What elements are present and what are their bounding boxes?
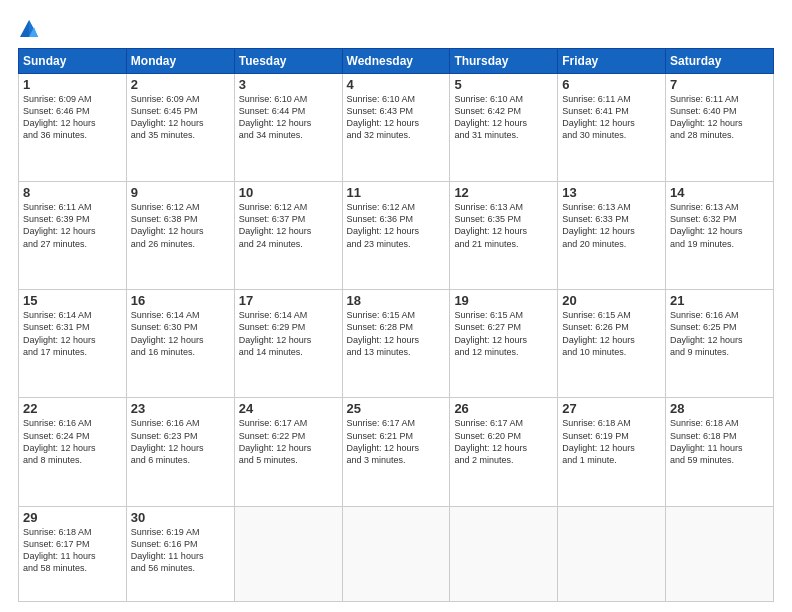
calendar-cell: 28Sunrise: 6:18 AMSunset: 6:18 PMDayligh…: [666, 398, 774, 506]
col-header-friday: Friday: [558, 49, 666, 74]
day-number: 5: [454, 77, 553, 92]
col-header-monday: Monday: [126, 49, 234, 74]
cell-info: Sunrise: 6:18 AMSunset: 6:18 PMDaylight:…: [670, 417, 769, 466]
calendar-cell: 14Sunrise: 6:13 AMSunset: 6:32 PMDayligh…: [666, 182, 774, 290]
cell-info: Sunrise: 6:10 AMSunset: 6:44 PMDaylight:…: [239, 93, 338, 142]
cell-info: Sunrise: 6:16 AMSunset: 6:23 PMDaylight:…: [131, 417, 230, 466]
day-number: 28: [670, 401, 769, 416]
calendar-cell: 7Sunrise: 6:11 AMSunset: 6:40 PMDaylight…: [666, 74, 774, 182]
calendar-cell: 23Sunrise: 6:16 AMSunset: 6:23 PMDayligh…: [126, 398, 234, 506]
cell-info: Sunrise: 6:11 AMSunset: 6:40 PMDaylight:…: [670, 93, 769, 142]
calendar-cell: 21Sunrise: 6:16 AMSunset: 6:25 PMDayligh…: [666, 290, 774, 398]
calendar-week-row: 15Sunrise: 6:14 AMSunset: 6:31 PMDayligh…: [19, 290, 774, 398]
calendar-cell: 30Sunrise: 6:19 AMSunset: 6:16 PMDayligh…: [126, 506, 234, 601]
day-number: 2: [131, 77, 230, 92]
calendar-cell: 8Sunrise: 6:11 AMSunset: 6:39 PMDaylight…: [19, 182, 127, 290]
calendar-cell: [558, 506, 666, 601]
calendar-cell: 6Sunrise: 6:11 AMSunset: 6:41 PMDaylight…: [558, 74, 666, 182]
calendar-cell: 10Sunrise: 6:12 AMSunset: 6:37 PMDayligh…: [234, 182, 342, 290]
cell-info: Sunrise: 6:09 AMSunset: 6:46 PMDaylight:…: [23, 93, 122, 142]
day-number: 14: [670, 185, 769, 200]
col-header-saturday: Saturday: [666, 49, 774, 74]
cell-info: Sunrise: 6:17 AMSunset: 6:20 PMDaylight:…: [454, 417, 553, 466]
calendar-week-row: 8Sunrise: 6:11 AMSunset: 6:39 PMDaylight…: [19, 182, 774, 290]
cell-info: Sunrise: 6:12 AMSunset: 6:36 PMDaylight:…: [347, 201, 446, 250]
cell-info: Sunrise: 6:15 AMSunset: 6:26 PMDaylight:…: [562, 309, 661, 358]
header: [18, 18, 774, 40]
cell-info: Sunrise: 6:16 AMSunset: 6:24 PMDaylight:…: [23, 417, 122, 466]
calendar-header-row: SundayMondayTuesdayWednesdayThursdayFrid…: [19, 49, 774, 74]
calendar-week-row: 29Sunrise: 6:18 AMSunset: 6:17 PMDayligh…: [19, 506, 774, 601]
calendar-week-row: 22Sunrise: 6:16 AMSunset: 6:24 PMDayligh…: [19, 398, 774, 506]
calendar-cell: 29Sunrise: 6:18 AMSunset: 6:17 PMDayligh…: [19, 506, 127, 601]
calendar-cell: 9Sunrise: 6:12 AMSunset: 6:38 PMDaylight…: [126, 182, 234, 290]
calendar-cell: 22Sunrise: 6:16 AMSunset: 6:24 PMDayligh…: [19, 398, 127, 506]
day-number: 7: [670, 77, 769, 92]
day-number: 1: [23, 77, 122, 92]
cell-info: Sunrise: 6:14 AMSunset: 6:30 PMDaylight:…: [131, 309, 230, 358]
cell-info: Sunrise: 6:09 AMSunset: 6:45 PMDaylight:…: [131, 93, 230, 142]
calendar-cell: 13Sunrise: 6:13 AMSunset: 6:33 PMDayligh…: [558, 182, 666, 290]
day-number: 27: [562, 401, 661, 416]
day-number: 9: [131, 185, 230, 200]
day-number: 11: [347, 185, 446, 200]
day-number: 8: [23, 185, 122, 200]
cell-info: Sunrise: 6:11 AMSunset: 6:41 PMDaylight:…: [562, 93, 661, 142]
cell-info: Sunrise: 6:13 AMSunset: 6:33 PMDaylight:…: [562, 201, 661, 250]
calendar-cell: [450, 506, 558, 601]
col-header-tuesday: Tuesday: [234, 49, 342, 74]
cell-info: Sunrise: 6:15 AMSunset: 6:28 PMDaylight:…: [347, 309, 446, 358]
calendar-cell: 17Sunrise: 6:14 AMSunset: 6:29 PMDayligh…: [234, 290, 342, 398]
cell-info: Sunrise: 6:13 AMSunset: 6:35 PMDaylight:…: [454, 201, 553, 250]
cell-info: Sunrise: 6:10 AMSunset: 6:43 PMDaylight:…: [347, 93, 446, 142]
day-number: 16: [131, 293, 230, 308]
day-number: 30: [131, 510, 230, 525]
calendar-cell: 2Sunrise: 6:09 AMSunset: 6:45 PMDaylight…: [126, 74, 234, 182]
calendar-cell: 11Sunrise: 6:12 AMSunset: 6:36 PMDayligh…: [342, 182, 450, 290]
cell-info: Sunrise: 6:17 AMSunset: 6:22 PMDaylight:…: [239, 417, 338, 466]
day-number: 6: [562, 77, 661, 92]
calendar-cell: 19Sunrise: 6:15 AMSunset: 6:27 PMDayligh…: [450, 290, 558, 398]
day-number: 21: [670, 293, 769, 308]
calendar-cell: 20Sunrise: 6:15 AMSunset: 6:26 PMDayligh…: [558, 290, 666, 398]
col-header-sunday: Sunday: [19, 49, 127, 74]
day-number: 3: [239, 77, 338, 92]
calendar-cell: 1Sunrise: 6:09 AMSunset: 6:46 PMDaylight…: [19, 74, 127, 182]
cell-info: Sunrise: 6:16 AMSunset: 6:25 PMDaylight:…: [670, 309, 769, 358]
day-number: 17: [239, 293, 338, 308]
cell-info: Sunrise: 6:14 AMSunset: 6:31 PMDaylight:…: [23, 309, 122, 358]
cell-info: Sunrise: 6:14 AMSunset: 6:29 PMDaylight:…: [239, 309, 338, 358]
col-header-wednesday: Wednesday: [342, 49, 450, 74]
calendar-cell: [234, 506, 342, 601]
calendar-cell: 16Sunrise: 6:14 AMSunset: 6:30 PMDayligh…: [126, 290, 234, 398]
cell-info: Sunrise: 6:12 AMSunset: 6:38 PMDaylight:…: [131, 201, 230, 250]
page: SundayMondayTuesdayWednesdayThursdayFrid…: [0, 0, 792, 612]
cell-info: Sunrise: 6:18 AMSunset: 6:19 PMDaylight:…: [562, 417, 661, 466]
day-number: 25: [347, 401, 446, 416]
day-number: 22: [23, 401, 122, 416]
cell-info: Sunrise: 6:13 AMSunset: 6:32 PMDaylight:…: [670, 201, 769, 250]
day-number: 13: [562, 185, 661, 200]
calendar-cell: 15Sunrise: 6:14 AMSunset: 6:31 PMDayligh…: [19, 290, 127, 398]
cell-info: Sunrise: 6:10 AMSunset: 6:42 PMDaylight:…: [454, 93, 553, 142]
day-number: 4: [347, 77, 446, 92]
day-number: 23: [131, 401, 230, 416]
calendar-cell: 27Sunrise: 6:18 AMSunset: 6:19 PMDayligh…: [558, 398, 666, 506]
cell-info: Sunrise: 6:18 AMSunset: 6:17 PMDaylight:…: [23, 526, 122, 575]
calendar-cell: [342, 506, 450, 601]
cell-info: Sunrise: 6:17 AMSunset: 6:21 PMDaylight:…: [347, 417, 446, 466]
day-number: 15: [23, 293, 122, 308]
day-number: 18: [347, 293, 446, 308]
cell-info: Sunrise: 6:11 AMSunset: 6:39 PMDaylight:…: [23, 201, 122, 250]
day-number: 29: [23, 510, 122, 525]
day-number: 10: [239, 185, 338, 200]
day-number: 12: [454, 185, 553, 200]
calendar-cell: 5Sunrise: 6:10 AMSunset: 6:42 PMDaylight…: [450, 74, 558, 182]
calendar-cell: [666, 506, 774, 601]
day-number: 24: [239, 401, 338, 416]
cell-info: Sunrise: 6:19 AMSunset: 6:16 PMDaylight:…: [131, 526, 230, 575]
calendar-cell: 24Sunrise: 6:17 AMSunset: 6:22 PMDayligh…: [234, 398, 342, 506]
calendar-week-row: 1Sunrise: 6:09 AMSunset: 6:46 PMDaylight…: [19, 74, 774, 182]
col-header-thursday: Thursday: [450, 49, 558, 74]
calendar-table: SundayMondayTuesdayWednesdayThursdayFrid…: [18, 48, 774, 602]
